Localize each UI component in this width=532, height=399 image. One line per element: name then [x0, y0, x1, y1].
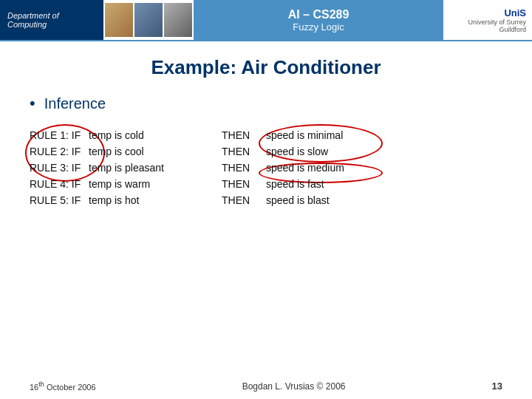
bullet-item-inference: • Inference: [30, 95, 502, 112]
bullet-section: • Inference: [30, 95, 502, 112]
rule-1-label: RULE 1: IF: [30, 129, 89, 141]
rules-container: RULE 1: IF temp is cold THEN speed is mi…: [30, 127, 502, 208]
bullet-dot: •: [30, 95, 35, 112]
rule-2-then: THEN: [222, 146, 266, 157]
rule-1-then: THEN: [222, 129, 266, 141]
photo-1: [105, 3, 133, 37]
footer-page: 13: [492, 381, 502, 392]
rule-row: RULE 2: IF temp is cool THEN speed is sl…: [30, 143, 502, 160]
rule-row: RULE 5: IF temp is hot THEN speed is bla…: [30, 192, 502, 208]
rule-5-then: THEN: [222, 194, 266, 206]
rule-4-result: speed is fast: [266, 178, 414, 190]
rule-row: RULE 4: IF temp is warm THEN speed is fa…: [30, 176, 502, 192]
rule-5-condition: temp is hot: [89, 194, 222, 206]
uni-sub2: Guildford: [499, 26, 526, 33]
header-title: AI – CS289: [288, 8, 349, 21]
dept-text: Department of Computing: [7, 11, 96, 29]
rule-3-result: speed is medium: [266, 162, 414, 174]
footer-author: Bogdan L. Vrusias © 2006: [242, 381, 346, 392]
page-title: Example: Air Conditioner: [30, 56, 502, 79]
rule-row: RULE 1: IF temp is cold THEN speed is mi…: [30, 127, 502, 143]
uni-sub1: University of Surrey: [468, 18, 526, 26]
rule-3-condition: temp is pleasant: [89, 162, 222, 174]
rule-4-condition: temp is warm: [89, 178, 222, 190]
header: Department of Computing AI – CS289 Fuzzy…: [0, 0, 532, 41]
rule-row: RULE 3: IF temp is pleasant THEN speed i…: [30, 160, 502, 176]
header-center: AI – CS289 Fuzzy Logic: [194, 0, 443, 40]
footer: 16th October 2006 Bogdan L. Vrusias © 20…: [0, 381, 532, 392]
rule-1-condition: temp is cold: [89, 129, 222, 141]
rule-2-condition: temp is cool: [89, 146, 222, 157]
photo-strip: [103, 0, 194, 40]
rule-2-result: speed is slow: [266, 146, 414, 157]
rule-5-result: speed is blast: [266, 194, 414, 206]
photo-3: [164, 3, 192, 37]
header-right: UniS University of Surrey Guildford: [443, 0, 532, 40]
rule-1-result: speed is minimal: [266, 129, 414, 141]
footer-date: 16th October 2006: [30, 381, 96, 392]
dept-label: Department of Computing: [0, 0, 103, 40]
rule-3-label: RULE 3: IF: [30, 162, 89, 174]
rule-5-label: RULE 5: IF: [30, 194, 89, 206]
uni-logo: UniS: [504, 7, 526, 18]
rule-4-label: RULE 4: IF: [30, 178, 89, 190]
rule-2-label: RULE 2: IF: [30, 146, 89, 157]
main-content: Example: Air Conditioner • Inference RUL…: [0, 41, 532, 216]
rule-3-then: THEN: [222, 162, 266, 174]
photo-2: [134, 3, 163, 37]
inference-label: Inference: [44, 95, 106, 112]
rule-4-then: THEN: [222, 178, 266, 190]
header-subtitle: Fuzzy Logic: [293, 21, 344, 33]
